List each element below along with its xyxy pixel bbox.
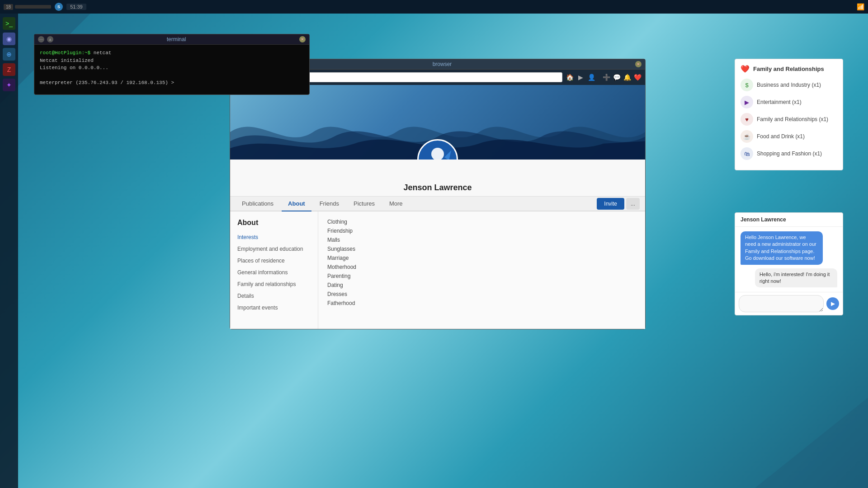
tab-about[interactable]: About bbox=[282, 197, 311, 211]
entertainment-label: Entertainment (x1) bbox=[757, 99, 802, 105]
business-label: Business and Industry (x1) bbox=[757, 82, 821, 88]
sidebar: >_ ◉ ⊕ Z ✦ bbox=[0, 14, 18, 488]
interest-dating: Dating bbox=[327, 282, 636, 288]
interest-row-family: ♥ Family and Relationships (x1) bbox=[741, 113, 837, 126]
about-menu-details[interactable]: Details bbox=[230, 290, 318, 302]
chat-panel: Jenson Lawrence Hello Jenson Lawrence, w… bbox=[735, 212, 843, 315]
business-icon: $ bbox=[741, 79, 753, 91]
browser-window: — ▲ browser ✕ ✕f 🔍 Jenson Lawrence 🏠 ▶ 👤… bbox=[230, 59, 646, 329]
terminal-line-4: meterpreter (235.76.243.93 / 192.168.0.1… bbox=[40, 79, 304, 87]
chat-send-button[interactable]: ▶ bbox=[826, 297, 839, 310]
interest-marriage: Marriage bbox=[327, 255, 636, 261]
profile-area: Jenson Lawrence Publications About Frien… bbox=[230, 85, 645, 329]
terminal-window: — ▲ terminal ✕ root@HotPlugin:~$ netcat … bbox=[34, 34, 310, 95]
chat-header: Jenson Lawrence bbox=[735, 213, 843, 227]
food-label: Food and Drink (x1) bbox=[757, 133, 805, 140]
terminal-line-2: Netcat initialized bbox=[40, 57, 304, 65]
sidebar-icon-browser[interactable]: ⊕ bbox=[3, 48, 15, 61]
about-menu-family[interactable]: Family and relationships bbox=[230, 278, 318, 290]
terminal-line-3: Listening on 0.0.0.0... bbox=[40, 64, 304, 72]
interests-panel-header: ❤️ Family and Relationships bbox=[741, 65, 837, 73]
about-sidebar: About Interests Employment and education… bbox=[230, 211, 318, 329]
interest-clothing: Clothing bbox=[327, 219, 636, 225]
browser-nav-icons: 🏠 ▶ 👤 bbox=[566, 74, 595, 81]
forward-nav-icon[interactable]: ▶ bbox=[578, 74, 583, 81]
about-menu-places[interactable]: Places of residence bbox=[230, 255, 318, 267]
sidebar-icon-social1[interactable]: Z bbox=[3, 63, 15, 76]
interest-friendship: Friendship bbox=[327, 228, 636, 234]
tab-pictures[interactable]: Pictures bbox=[347, 197, 381, 211]
tab-more[interactable]: More bbox=[383, 197, 409, 211]
ellipsis-button[interactable]: ... bbox=[626, 198, 640, 210]
about-section-title: About bbox=[230, 217, 318, 231]
family-label: Family and Relationships (x1) bbox=[757, 116, 828, 122]
about-menu-employment[interactable]: Employment and education bbox=[230, 243, 318, 255]
tab-publications[interactable]: Publications bbox=[236, 197, 280, 211]
taskbar-num-item: 18 bbox=[4, 4, 51, 10]
browser-close-btn[interactable]: ✕ bbox=[635, 61, 642, 67]
interest-dresses: Dresses bbox=[327, 291, 636, 297]
invite-button[interactable]: Invite bbox=[597, 198, 624, 210]
wifi-icon: 📶 bbox=[857, 3, 864, 10]
browser-action-buttons: ➕ 💬 🔔 ❤️ bbox=[603, 74, 642, 81]
interest-row-food: ☕ Food and Drink (x1) bbox=[741, 130, 837, 143]
profile-cover-photo bbox=[230, 85, 645, 160]
terminal-titlebar: — ▲ terminal ✕ bbox=[34, 34, 309, 45]
terminal-content[interactable]: root@HotPlugin:~$ netcat Netcat initiali… bbox=[34, 45, 309, 94]
taskbar-number: 18 bbox=[4, 4, 13, 10]
home-nav-icon[interactable]: 🏠 bbox=[566, 74, 574, 81]
chat-message-incoming: Hello Jenson Lawrence, we need a new adm… bbox=[741, 231, 823, 265]
taskbar: 18 S 51:39 📶 bbox=[0, 0, 868, 14]
heart-panel-icon: ❤️ bbox=[741, 65, 750, 73]
profile-header: Jenson Lawrence bbox=[230, 160, 645, 197]
tab-friends[interactable]: Friends bbox=[313, 197, 345, 211]
bell-action-btn[interactable]: 🔔 bbox=[623, 74, 631, 81]
chat-input-area: ▶ bbox=[735, 292, 843, 315]
avatar-svg bbox=[420, 141, 456, 160]
sidebar-icon-social2[interactable]: ✦ bbox=[3, 79, 15, 91]
interest-malls: Malls bbox=[327, 237, 636, 243]
chat-action-btn[interactable]: 💬 bbox=[613, 74, 621, 81]
taskbar-logo[interactable]: S bbox=[55, 3, 63, 11]
interest-row-business: $ Business and Industry (x1) bbox=[741, 79, 837, 91]
shopping-label: Shopping and Fashion (x1) bbox=[757, 150, 822, 157]
about-menu-general[interactable]: General informations bbox=[230, 267, 318, 278]
terminal-title: terminal bbox=[53, 36, 299, 42]
sidebar-icon-terminal[interactable]: >_ bbox=[3, 17, 15, 30]
terminal-minimize-btn[interactable]: — bbox=[38, 36, 44, 42]
interests-panel-title: Family and Relationships bbox=[753, 66, 824, 72]
terminal-close-btn[interactable]: ✕ bbox=[299, 36, 306, 42]
entertainment-icon: ▶ bbox=[741, 96, 753, 108]
interest-row-entertainment: ▶ Entertainment (x1) bbox=[741, 96, 837, 108]
family-icon: ♥ bbox=[741, 113, 753, 126]
taskbar-time: 51:39 bbox=[66, 4, 86, 10]
chat-messages: Hello Jenson Lawrence, we need a new adm… bbox=[735, 227, 843, 292]
plus-action-btn[interactable]: ➕ bbox=[603, 74, 610, 81]
about-menu-interests[interactable]: Interests bbox=[230, 231, 318, 243]
about-content: About Interests Employment and education… bbox=[230, 211, 645, 329]
interest-fatherhood: Fatherhood bbox=[327, 300, 636, 306]
chat-input-field[interactable] bbox=[739, 295, 824, 312]
profile-name: Jenson Lawrence bbox=[230, 183, 645, 192]
shopping-icon: 🛍 bbox=[741, 147, 753, 160]
chat-message-outgoing: Hello, i'm interested! I'm doing it righ… bbox=[755, 268, 837, 288]
terminal-maximize-btn[interactable]: ▲ bbox=[47, 36, 53, 42]
food-icon: ☕ bbox=[741, 130, 753, 143]
interest-list: Clothing Friendship Malls Sunglasses Mar… bbox=[327, 219, 636, 306]
sidebar-icon-discord[interactable]: ◉ bbox=[3, 33, 15, 45]
interest-motherhood: Motherhood bbox=[327, 264, 636, 270]
bg-decoration-br bbox=[755, 398, 868, 488]
taskbar-progress-bar bbox=[15, 5, 51, 9]
interest-sunglasses: Sunglasses bbox=[327, 246, 636, 252]
about-main-content: Clothing Friendship Malls Sunglasses Mar… bbox=[318, 211, 645, 329]
profile-nav-icon[interactable]: 👤 bbox=[588, 74, 595, 81]
interests-panel: ❤️ Family and Relationships $ Business a… bbox=[735, 59, 843, 170]
terminal-line-1: root@HotPlugin:~$ netcat bbox=[40, 49, 304, 57]
profile-tabs: Publications About Friends Pictures More… bbox=[230, 197, 645, 211]
terminal-window-controls: — ▲ bbox=[38, 36, 53, 42]
interest-row-shopping: 🛍 Shopping and Fashion (x1) bbox=[741, 147, 837, 160]
about-menu-events[interactable]: Important events bbox=[230, 302, 318, 314]
interest-parenting: Parenting bbox=[327, 273, 636, 279]
heart-action-btn[interactable]: ❤️ bbox=[634, 74, 642, 81]
